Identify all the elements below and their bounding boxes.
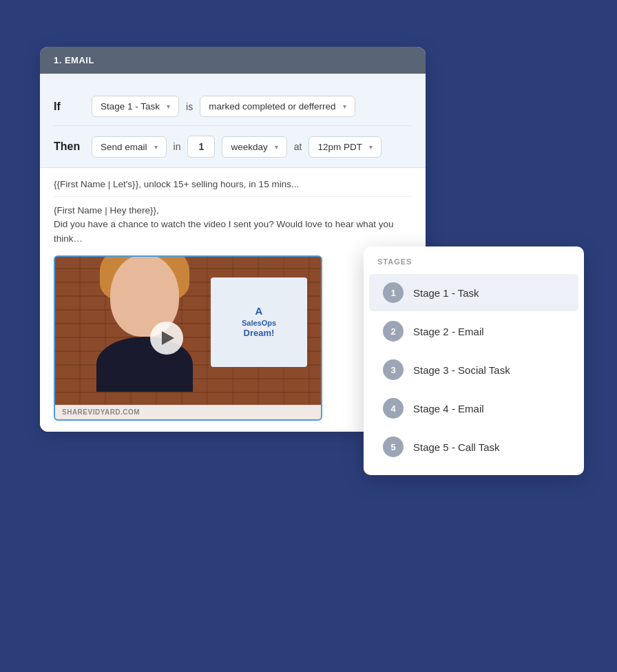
card-header: 1. EMAIL: [40, 47, 426, 74]
chevron-down-icon: ▾: [343, 103, 346, 110]
play-button[interactable]: [150, 322, 183, 355]
stage-item-3[interactable]: 3 Stage 3 - Social Task: [369, 351, 578, 388]
stage-name-4: Stage 4 - Email: [413, 403, 484, 414]
stage-badge-1: 1: [383, 282, 404, 303]
email-subject: {{First Name | Let's}}, unlock 15+ selli…: [54, 179, 412, 197]
whiteboard-sign: A SalesOps Dream!: [211, 277, 307, 367]
stages-panel: STAGES 1 Stage 1 - Task 2 Stage 2 - Emai…: [364, 246, 584, 475]
at-label: at: [294, 141, 302, 152]
time-dropdown[interactable]: 12pm PDT ▾: [308, 136, 381, 158]
email-body-line1: {First Name | Hey there}}, Did you have …: [54, 204, 412, 246]
stage-item-5[interactable]: 5 Stage 5 - Call Task: [369, 428, 578, 465]
if-label: If: [54, 101, 85, 113]
video-background: A SalesOps Dream!: [55, 257, 321, 419]
stage-badge-2: 2: [383, 321, 404, 342]
number-input[interactable]: 1: [187, 136, 215, 158]
stage-dropdown[interactable]: Stage 1 - Task ▾: [92, 96, 179, 117]
play-icon: [162, 331, 174, 345]
video-thumbnail[interactable]: A SalesOps Dream! SHAREVIDYARD.COM: [54, 255, 322, 421]
video-source-label: SHAREVIDYARD.COM: [55, 405, 321, 419]
stage-badge-3: 3: [383, 359, 404, 380]
stage-name-5: Stage 5 - Call Task: [413, 441, 500, 453]
in-label: in: [174, 141, 181, 152]
stage-item-4[interactable]: 4 Stage 4 - Email: [369, 390, 578, 427]
chevron-down-icon: ▾: [154, 143, 158, 151]
stage-item-2[interactable]: 2 Stage 2 - Email: [369, 313, 578, 350]
chevron-down-icon: ▾: [275, 143, 278, 151]
if-row: If Stage 1 - Task ▾ is marked completed …: [54, 87, 412, 125]
chevron-down-icon: ▾: [167, 103, 170, 110]
is-label: is: [186, 101, 193, 112]
then-row: Then Send email ▾ in 1 weekday ▾ at 12pm…: [54, 126, 412, 167]
stage-badge-4: 4: [383, 398, 404, 419]
stage-item-1[interactable]: 1 Stage 1 - Task: [369, 274, 578, 311]
stage-name-2: Stage 2 - Email: [413, 326, 484, 337]
stage-name-1: Stage 1 - Task: [413, 287, 479, 299]
app-background: 1. EMAIL If Stage 1 - Task ▾ is marked c…: [19, 26, 598, 646]
stage-name-3: Stage 3 - Social Task: [413, 364, 510, 376]
action-dropdown[interactable]: Send email ▾: [92, 136, 167, 158]
person-figure: [90, 255, 200, 392]
condition-value-dropdown[interactable]: marked completed or defferred ▾: [200, 96, 355, 117]
card-title: 1. EMAIL: [54, 55, 94, 65]
chevron-down-icon: ▾: [369, 143, 373, 151]
stages-header: STAGES: [364, 246, 584, 273]
card-body: If Stage 1 - Task ▾ is marked completed …: [40, 74, 426, 167]
period-dropdown[interactable]: weekday ▾: [222, 136, 286, 158]
stage-badge-5: 5: [383, 437, 404, 457]
then-label: Then: [54, 140, 85, 153]
